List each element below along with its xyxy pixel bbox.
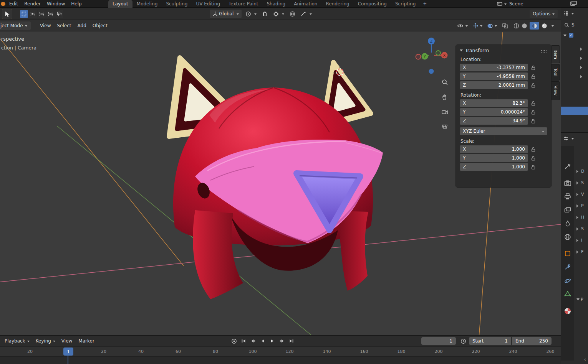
collapsed-panel[interactable]: D bbox=[576, 169, 584, 174]
outliner-search[interactable]: S bbox=[564, 22, 575, 28]
next-keyframe-button[interactable] bbox=[278, 337, 286, 345]
lock-icon[interactable] bbox=[531, 65, 535, 70]
pivot-point-dropdown[interactable] bbox=[244, 10, 258, 18]
lock-icon[interactable] bbox=[531, 147, 535, 152]
lock-icon[interactable] bbox=[531, 110, 535, 115]
lock-icon[interactable] bbox=[531, 156, 535, 161]
scene-collection-row[interactable]: ✓ bbox=[563, 33, 573, 38]
collapsed-panel[interactable]: V bbox=[576, 192, 584, 197]
outliner-selected-row[interactable] bbox=[561, 107, 588, 115]
add-workspace-button[interactable]: + bbox=[420, 0, 430, 8]
lock-icon[interactable] bbox=[531, 101, 535, 106]
transform-orientation-dropdown[interactable]: Global bbox=[210, 10, 242, 18]
timeline-view-menu[interactable]: View bbox=[58, 338, 75, 344]
options-button[interactable]: Options bbox=[530, 10, 558, 18]
view-layer-icon[interactable] bbox=[570, 1, 583, 8]
playhead-badge[interactable]: 1 bbox=[63, 348, 73, 356]
outliner-editor-dropdown[interactable] bbox=[563, 11, 574, 16]
tab-rendering[interactable]: Rendering bbox=[321, 0, 353, 8]
tab-item[interactable]: Item bbox=[552, 45, 560, 63]
gizmo-y-neg-ball[interactable] bbox=[436, 51, 441, 55]
object-properties-icon[interactable] bbox=[564, 250, 571, 257]
tab-modeling[interactable]: Modeling bbox=[133, 0, 162, 8]
properties-editor-dropdown[interactable] bbox=[563, 136, 574, 141]
menu-help[interactable]: Help bbox=[68, 0, 84, 8]
playhead-line[interactable] bbox=[68, 355, 68, 364]
collapsed-panel[interactable]: P bbox=[576, 203, 584, 208]
collapsed-panel[interactable]: F bbox=[576, 249, 583, 254]
current-frame-field[interactable]: 1 bbox=[421, 337, 456, 345]
timeline-ruler[interactable]: -20 20 40 60 80 100 120 140 160 180 200 … bbox=[0, 346, 561, 356]
show-overlays-dropdown[interactable] bbox=[487, 23, 497, 29]
tab-shading[interactable]: Shading bbox=[262, 0, 290, 8]
object-data-properties-icon[interactable] bbox=[564, 290, 571, 298]
object-visibility-dropdown[interactable] bbox=[457, 23, 468, 28]
tab-compositing[interactable]: Compositing bbox=[354, 0, 391, 8]
menu-view[interactable]: View bbox=[37, 23, 54, 28]
marker-menu[interactable]: Marker bbox=[75, 338, 97, 344]
frame-start-field[interactable]: Start1 bbox=[469, 337, 511, 345]
proportional-falloff-dropdown[interactable] bbox=[299, 10, 313, 18]
show-gizmo-dropdown[interactable] bbox=[472, 23, 482, 29]
render-properties-icon[interactable] bbox=[564, 180, 571, 187]
lock-icon[interactable] bbox=[531, 165, 535, 170]
lock-icon[interactable] bbox=[531, 83, 535, 88]
tab-view[interactable]: View bbox=[552, 81, 560, 100]
snap-settings-dropdown[interactable] bbox=[272, 10, 286, 18]
shading-material-active[interactable] bbox=[530, 22, 539, 30]
select-mode-intersect-icon[interactable] bbox=[55, 10, 63, 18]
auto-keying-button[interactable] bbox=[230, 337, 238, 345]
blender-logo-icon[interactable] bbox=[1, 2, 5, 6]
view-layer-properties-icon[interactable] bbox=[564, 206, 571, 214]
material-properties-icon[interactable] bbox=[564, 307, 571, 315]
collapsed-panel[interactable]: H bbox=[576, 215, 584, 220]
scale-x-field[interactable]: X1.000 bbox=[460, 145, 528, 153]
location-x-field[interactable]: X-3.3757 mm bbox=[460, 64, 528, 71]
play-reverse-button[interactable] bbox=[258, 337, 267, 345]
scroll-back-icon[interactable]: ‹ bbox=[584, 356, 586, 362]
helmet-model[interactable] bbox=[169, 58, 383, 299]
world-properties-icon[interactable] bbox=[564, 233, 571, 241]
menu-window[interactable]: Window bbox=[44, 0, 68, 8]
snap-toggle[interactable] bbox=[260, 10, 269, 18]
tab-sculpting[interactable]: Sculpting bbox=[162, 0, 192, 8]
menu-object[interactable]: Object bbox=[89, 23, 111, 28]
shading-wireframe-icon[interactable] bbox=[513, 23, 519, 29]
collection-checkbox[interactable]: ✓ bbox=[569, 33, 573, 38]
xray-toggle[interactable] bbox=[502, 23, 508, 28]
clock-icon[interactable] bbox=[460, 338, 466, 345]
playback-menu[interactable]: Playback bbox=[2, 338, 33, 344]
panel-grip-icon[interactable] bbox=[541, 50, 542, 51]
jump-to-end-button[interactable] bbox=[287, 337, 296, 345]
location-z-field[interactable]: Z2.0001 mm bbox=[460, 81, 528, 89]
gizmo-x-neg-ball[interactable] bbox=[416, 54, 421, 59]
menu-select[interactable]: Select bbox=[54, 23, 74, 28]
tab-animation[interactable]: Animation bbox=[290, 0, 321, 8]
menu-render[interactable]: Render bbox=[21, 0, 44, 8]
rotation-x-field[interactable]: X82.3° bbox=[460, 99, 528, 107]
perspective-toggle-button[interactable] bbox=[440, 122, 450, 132]
view-gizmo[interactable]: Z X Y bbox=[416, 38, 448, 74]
mode-dropdown[interactable]: ject Mode bbox=[0, 21, 31, 30]
tab-tool[interactable]: Tool bbox=[552, 64, 560, 81]
menu-edit[interactable]: Edit bbox=[6, 0, 21, 8]
tool-tab-icon[interactable] bbox=[564, 163, 571, 170]
lock-icon[interactable] bbox=[531, 74, 535, 79]
select-mode-subtract-icon[interactable] bbox=[38, 10, 46, 18]
collapsed-panel[interactable]: I bbox=[576, 238, 582, 243]
scene-selector[interactable]: Scene bbox=[497, 0, 523, 8]
keying-menu[interactable]: Keying bbox=[33, 338, 58, 344]
select-mode-invert-icon[interactable] bbox=[46, 10, 55, 18]
modifier-properties-icon[interactable] bbox=[564, 263, 571, 271]
outliner-item-expand[interactable] bbox=[580, 66, 584, 69]
tab-layout[interactable]: Layout bbox=[108, 0, 133, 8]
scale-z-field[interactable]: Z1.000 bbox=[460, 163, 528, 171]
viewport-canvas[interactable]: Z X Y rspective ction | Camera bbox=[0, 31, 561, 335]
scale-y-field[interactable]: Y1.000 bbox=[460, 154, 528, 162]
collapsed-panel[interactable]: S bbox=[576, 226, 584, 231]
gizmo-z-neg-ball[interactable] bbox=[429, 69, 434, 74]
rotation-z-field[interactable]: Z-34.9° bbox=[460, 117, 528, 125]
play-button[interactable] bbox=[268, 337, 277, 345]
active-tool-select-box[interactable] bbox=[2, 9, 12, 19]
prev-keyframe-button[interactable] bbox=[249, 337, 257, 345]
